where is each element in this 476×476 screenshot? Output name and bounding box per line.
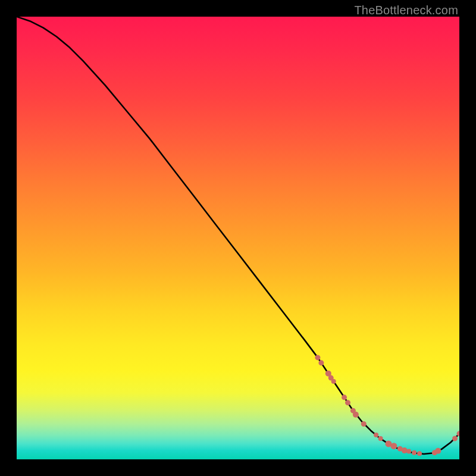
scatter-point xyxy=(417,451,422,456)
scatter-point xyxy=(353,412,359,418)
scatter-point xyxy=(331,379,336,384)
scatter-point xyxy=(374,433,378,437)
scatter-point xyxy=(342,394,347,400)
scatter-point xyxy=(406,449,411,454)
chart-frame: TheBottleneck.com xyxy=(0,0,476,476)
chart-svg xyxy=(17,17,459,459)
scatter-point xyxy=(345,400,350,405)
scatter-point xyxy=(435,448,441,454)
scatter-point xyxy=(452,436,458,441)
scatter-point xyxy=(315,355,320,360)
curve-line xyxy=(17,17,459,454)
watermark-text: TheBottleneck.com xyxy=(354,4,458,17)
scatter-point xyxy=(318,360,324,365)
scatter-point xyxy=(390,443,397,449)
scatter-point xyxy=(412,450,416,455)
scatter-point xyxy=(378,436,383,441)
scatter-group xyxy=(315,355,459,456)
scatter-point xyxy=(402,447,408,453)
scatter-point xyxy=(361,421,367,427)
plot-area xyxy=(17,17,459,459)
